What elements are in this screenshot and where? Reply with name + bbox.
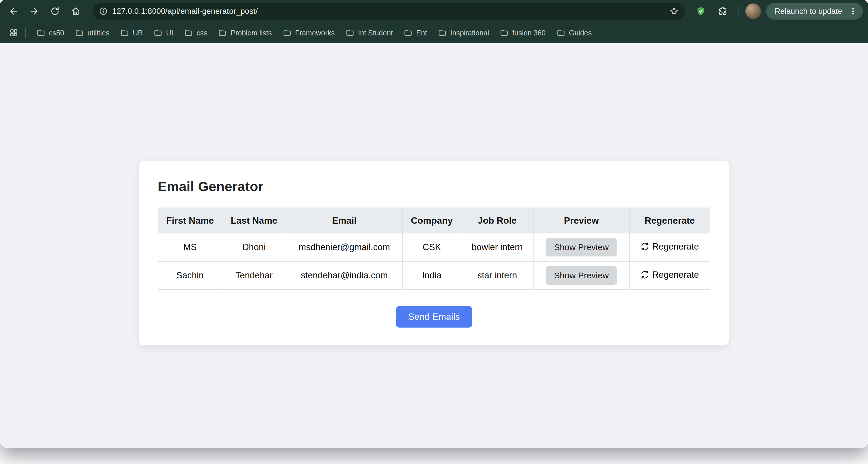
url-text: 127.0.0.1:8000/api/email-generator_post/ xyxy=(112,7,258,16)
cell-first-name: MS xyxy=(158,233,222,261)
table-row: Sachin Tendehar stendehar@india.com Indi… xyxy=(158,261,710,289)
refresh-icon xyxy=(640,242,649,251)
bookmark-label: Int Student xyxy=(358,29,393,37)
regenerate-label: Regenerate xyxy=(652,242,699,252)
bookmark-label: fusion 360 xyxy=(512,29,546,37)
bookmark-folder-ui[interactable]: UI xyxy=(148,26,179,40)
folder-icon xyxy=(184,29,193,37)
bookmark-label: cs50 xyxy=(49,29,64,37)
bookmark-folder-utilities[interactable]: utilities xyxy=(70,26,115,40)
page-content: Email Generator First Name Last Name Ema… xyxy=(0,43,868,448)
bookmark-folder-inspirational[interactable]: Inspirational xyxy=(433,26,495,40)
relaunch-label: Relaunch to update xyxy=(775,7,842,16)
cell-job-role: bowler intern xyxy=(461,233,533,261)
bookmark-label: Ent xyxy=(416,29,427,37)
bookmark-label: Frameworks xyxy=(295,29,335,37)
folder-icon xyxy=(500,29,508,37)
folder-icon xyxy=(218,29,227,37)
folder-icon xyxy=(438,29,447,37)
apps-grid-icon[interactable] xyxy=(6,25,21,40)
home-icon xyxy=(71,6,81,16)
folder-icon xyxy=(283,29,291,37)
bookmarks-bar: cs50 utilities UB UI css Problem lists F… xyxy=(0,23,868,43)
cell-preview: Show Preview xyxy=(533,261,629,289)
table-header-row: First Name Last Name Email Company Job R… xyxy=(158,208,710,233)
header-job-role: Job Role xyxy=(461,208,533,233)
relaunch-to-update-button[interactable]: Relaunch to update xyxy=(766,3,863,20)
bookmark-folder-cs50[interactable]: cs50 xyxy=(31,26,70,40)
folder-icon xyxy=(404,29,412,37)
bookmark-label: UB xyxy=(133,29,143,37)
bookmark-folder-int-student[interactable]: Int Student xyxy=(340,26,398,40)
folder-icon xyxy=(154,29,162,37)
extensions-puzzle-icon[interactable] xyxy=(714,3,731,20)
bookmark-label: utilities xyxy=(88,29,110,37)
send-button-row: Send Emails xyxy=(158,306,710,328)
forward-arrow-icon xyxy=(29,6,39,16)
address-bar[interactable]: 127.0.0.1:8000/api/email-generator_post/ xyxy=(93,3,685,20)
page-title: Email Generator xyxy=(158,179,710,194)
bookmark-folder-frameworks[interactable]: Frameworks xyxy=(277,26,340,40)
regenerate-button[interactable]: Regenerate xyxy=(639,270,701,280)
home-button[interactable] xyxy=(67,3,84,20)
show-preview-button[interactable]: Show Preview xyxy=(546,238,617,256)
cell-company: CSK xyxy=(403,233,461,261)
toolbar-right-group: Relaunch to update xyxy=(692,3,863,20)
header-preview: Preview xyxy=(533,208,629,233)
site-info-icon[interactable] xyxy=(99,7,107,16)
bookmarks-divider xyxy=(25,28,26,38)
cell-company: India xyxy=(403,261,461,289)
cell-regenerate: Regenerate xyxy=(629,233,710,261)
bookmark-star-icon[interactable] xyxy=(670,7,679,16)
bookmark-folder-ub[interactable]: UB xyxy=(115,26,148,40)
folder-icon xyxy=(120,29,129,37)
forward-button[interactable] xyxy=(26,3,42,20)
toolbar-divider xyxy=(738,5,739,17)
nav-button-group xyxy=(5,3,84,20)
cell-job-role: star intern xyxy=(461,261,533,289)
folder-icon xyxy=(346,29,354,37)
cell-last-name: Dhoni xyxy=(222,233,286,261)
cell-email: stendehar@india.com xyxy=(286,261,403,289)
bookmark-label: UI xyxy=(166,29,173,37)
browser-toolbar: 127.0.0.1:8000/api/email-generator_post/… xyxy=(0,0,868,23)
browser-window: 127.0.0.1:8000/api/email-generator_post/… xyxy=(0,0,868,448)
email-generator-card: Email Generator First Name Last Name Ema… xyxy=(139,161,729,345)
bookmark-label: Guides xyxy=(569,29,592,37)
bookmark-label: Problem lists xyxy=(230,29,272,37)
cell-first-name: Sachin xyxy=(158,261,222,289)
show-preview-button[interactable]: Show Preview xyxy=(546,266,617,285)
shield-extension-icon[interactable] xyxy=(692,3,709,20)
bookmark-folder-problem-lists[interactable]: Problem lists xyxy=(213,26,277,40)
header-last-name: Last Name xyxy=(222,208,286,233)
reload-icon xyxy=(50,6,60,16)
folder-icon xyxy=(75,29,84,37)
cell-preview: Show Preview xyxy=(533,233,629,261)
bookmark-folder-guides[interactable]: Guides xyxy=(551,26,597,40)
table-row: MS Dhoni msdhenier@gmail.com CSK bowler … xyxy=(158,233,710,261)
header-company: Company xyxy=(403,208,461,233)
browser-menu-kebab-icon[interactable] xyxy=(847,5,859,18)
bookmark-label: Inspirational xyxy=(451,29,489,37)
contacts-table: First Name Last Name Email Company Job R… xyxy=(158,208,710,290)
regenerate-label: Regenerate xyxy=(652,270,699,280)
bookmark-folder-ent[interactable]: Ent xyxy=(398,26,433,40)
bookmark-folder-css[interactable]: css xyxy=(179,26,213,40)
cell-last-name: Tendehar xyxy=(222,261,286,289)
folder-icon xyxy=(557,29,565,37)
folder-icon xyxy=(36,29,45,37)
reload-button[interactable] xyxy=(46,3,63,20)
header-first-name: First Name xyxy=(158,208,222,233)
bookmark-label: css xyxy=(196,29,208,37)
header-email: Email xyxy=(286,208,403,233)
header-regenerate: Regenerate xyxy=(629,208,710,233)
profile-avatar[interactable] xyxy=(745,3,761,19)
bookmark-folder-fusion-360[interactable]: fusion 360 xyxy=(494,26,551,40)
back-button[interactable] xyxy=(5,3,22,20)
back-arrow-icon xyxy=(9,6,19,16)
cell-email: msdhenier@gmail.com xyxy=(286,233,403,261)
cell-regenerate: Regenerate xyxy=(629,261,710,289)
regenerate-button[interactable]: Regenerate xyxy=(639,241,701,252)
refresh-icon xyxy=(640,270,649,279)
send-emails-button[interactable]: Send Emails xyxy=(396,306,472,328)
